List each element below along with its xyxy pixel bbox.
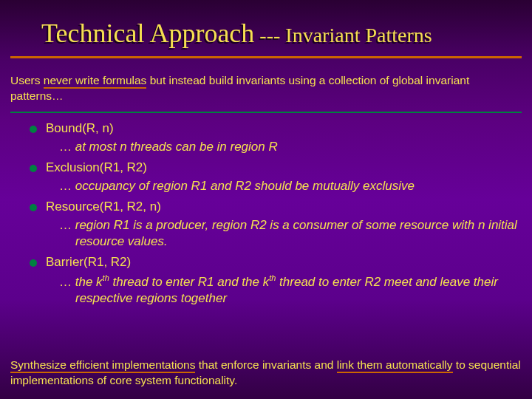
bullet-description: … the kth thread to enter R1 and the kth…: [30, 273, 522, 307]
bullet-label: Bound(R, n): [46, 120, 114, 137]
intro-text: Users never write formulas but instead b…: [0, 58, 532, 110]
bullet-icon: [30, 259, 37, 267]
bullet-list: Bound(R, n) … at most n threads can be i…: [0, 113, 532, 307]
bullet-icon: [30, 165, 37, 172]
bullet-label: Barrier(R1, R2): [46, 254, 131, 271]
bullet-description: … at most n threads can be in region R: [30, 139, 522, 155]
bullet-description: … region R1 is a producer, region R2 is …: [30, 217, 522, 250]
slide-title-area: Technical Approach --- Invariant Pattern…: [0, 0, 532, 53]
footer-text: Synthesize efficient implementations tha…: [10, 358, 522, 389]
slide-title: Technical Approach --- Invariant Pattern…: [41, 18, 532, 49]
bullet-label: Resource(R1, R2, n): [46, 199, 161, 216]
bullet-icon: [30, 204, 37, 211]
list-item: Resource(R1, R2, n): [30, 199, 522, 216]
bullet-label: Exclusion(R1, R2): [46, 160, 147, 177]
list-item: Exclusion(R1, R2): [30, 160, 522, 177]
list-item: Barrier(R1, R2): [30, 254, 522, 271]
bullet-icon: [30, 126, 37, 133]
list-item: Bound(R, n): [30, 120, 522, 137]
footer-underlined: link them automatically: [337, 358, 453, 373]
bullet-description: … occupancy of region R1 and R2 should b…: [30, 178, 522, 194]
intro-underlined: never write formulas: [44, 74, 147, 89]
footer-underlined: Synthesize efficient implementations: [10, 358, 195, 373]
